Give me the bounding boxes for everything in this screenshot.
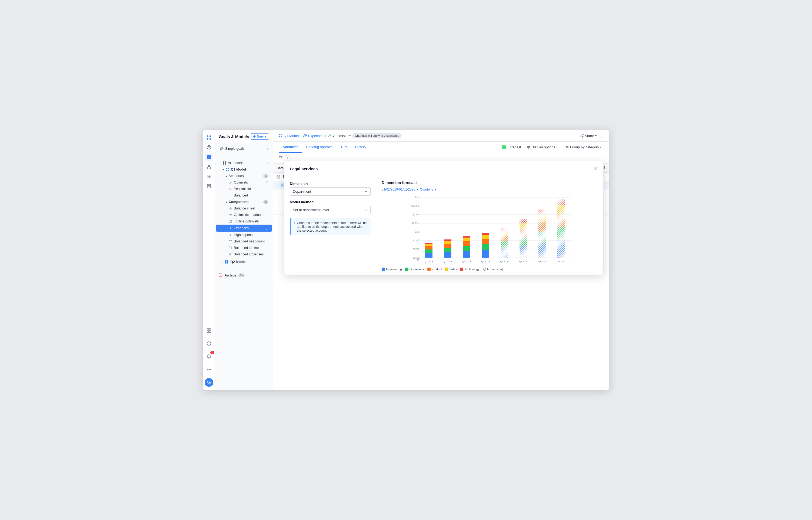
svg-point-10 — [208, 165, 209, 166]
sidebar-item-archive[interactable]: Archive 12 › — [215, 271, 273, 280]
new-label: New — [257, 135, 264, 138]
simple-goals-label: Simple goals — [225, 147, 265, 151]
chart-svg: $2m $1.75m $1.5m $1.25m $1m $750k $500k … — [382, 194, 598, 265]
svg-point-1 — [209, 135, 211, 137]
document-icon[interactable] — [205, 182, 213, 190]
legend-product: Product — [427, 267, 442, 271]
date-dropdown-icon[interactable]: ▾ — [417, 188, 418, 191]
models-icon[interactable] — [205, 153, 213, 161]
sidebar-item-q2-model[interactable]: › Q2 Model — [216, 259, 272, 265]
bar-q4-2019: Q4 2019 — [481, 233, 490, 263]
breadcrumb-expenses-link[interactable]: Expenses — [303, 134, 323, 138]
svg-rect-51 — [225, 262, 227, 263]
date-range-link[interactable]: 01/01/2019-01/01/2020 — [382, 187, 415, 191]
logo-icon[interactable] — [205, 133, 213, 142]
sidebar-item-simple-goals[interactable]: Simple goals › — [216, 146, 272, 152]
svg-text:Q1 2019: Q1 2019 — [425, 260, 433, 263]
sidebar-item-optimistic-headcount[interactable]: Optimistic headcou... — [216, 212, 272, 218]
new-button[interactable]: ⊕ New ▾ — [250, 133, 269, 140]
panel-close-button[interactable]: ✕ — [594, 166, 598, 172]
legend-arrow: →| — [500, 268, 503, 271]
svg-rect-148 — [539, 209, 546, 214]
sidebar-item-high-expenses[interactable]: High expenses — [216, 232, 272, 238]
svg-rect-38 — [228, 170, 229, 171]
optimistic-label: Optimistic — [234, 181, 264, 184]
svg-rect-49 — [225, 260, 227, 262]
breadcrumb-model-link[interactable]: Q1 Model — [279, 134, 299, 138]
svg-rect-24 — [209, 329, 211, 330]
forecast-toggle[interactable]: Forecast — [502, 145, 521, 149]
sidebar-item-topline-optimistic[interactable]: Topline optimistic — [216, 218, 272, 225]
svg-point-59 — [304, 135, 305, 136]
svg-rect-42 — [231, 209, 232, 210]
svg-text:Q2 2019: Q2 2019 — [444, 260, 452, 263]
svg-rect-41 — [229, 209, 230, 210]
display-options-button[interactable]: Display options ▾ — [524, 144, 560, 150]
sidebar-item-pessimistic[interactable]: ↘ Pessimistic — [216, 186, 272, 192]
sidebar-item-all-models[interactable]: All models › — [216, 160, 272, 166]
sidebar-item-q1-model[interactable]: ▾ Q1 Model — [216, 166, 272, 173]
svg-rect-133 — [501, 241, 508, 249]
sidebar-item-balanced[interactable]: — Balanced — [216, 192, 272, 199]
settings-icon[interactable] — [205, 365, 213, 374]
legend-operations: Operations — [405, 267, 424, 271]
sidebar-item-balanced-headcount[interactable]: Balanced headcount — [216, 238, 272, 244]
svg-rect-111 — [444, 244, 451, 248]
tab-accounts[interactable]: Accounts — [279, 141, 302, 153]
svg-point-47 — [231, 240, 232, 241]
nav-icons-panel: 22 AA — [203, 130, 215, 390]
nodes-icon[interactable] — [205, 162, 213, 171]
avatar[interactable]: AA — [205, 378, 213, 387]
list-icon[interactable] — [205, 191, 213, 200]
legend-product-dot — [427, 267, 430, 271]
forecast-dot — [502, 146, 506, 149]
svg-rect-150 — [557, 240, 565, 258]
group-by-category-button[interactable]: Group by category ▾ — [563, 144, 604, 150]
more-options-icon[interactable]: ⋮ — [599, 133, 604, 139]
main-content: Q1 Model › Expenses › Optimistic ▾ Chang… — [273, 130, 609, 390]
sidebar-item-scenarios[interactable]: ▾ Scenarios 3 — [216, 173, 272, 179]
svg-text:Q1 2020: Q1 2020 — [500, 260, 509, 263]
model-method-label: Model method — [290, 200, 371, 204]
tab-history[interactable]: History — [351, 141, 370, 153]
svg-text:$1.5m: $1.5m — [413, 213, 420, 216]
svg-rect-116 — [463, 246, 470, 251]
eye-icon[interactable] — [205, 172, 213, 181]
svg-rect-135 — [501, 231, 508, 236]
bell-icon[interactable]: 22 — [205, 352, 213, 361]
chevron-right-icon: › — [267, 147, 268, 150]
tab-rps[interactable]: RPs — [337, 141, 351, 153]
svg-text:Q4 2019: Q4 2019 — [481, 260, 490, 263]
filter-add-button[interactable]: + — [285, 155, 291, 161]
period-dropdown-icon[interactable]: ▾ — [435, 188, 436, 191]
breadcrumb-scenario[interactable]: Optimistic ▾ — [328, 134, 350, 138]
svg-text:$1.25m: $1.25m — [412, 222, 420, 225]
legend-technology-dot — [460, 267, 463, 271]
simple-goals-icon[interactable] — [205, 143, 213, 152]
sidebar-item-balanced-expenses[interactable]: Balanced Expenses — [216, 251, 272, 258]
tab-pending[interactable]: Pending approval — [302, 141, 337, 153]
svg-text:$750k: $750k — [413, 239, 420, 242]
sidebar-item-optimistic[interactable]: ↗ Optimistic ✓ — [216, 179, 272, 186]
expenses-icon — [229, 226, 232, 230]
clock-bottom-icon[interactable] — [205, 339, 213, 348]
archive-badge: 12 — [238, 274, 245, 277]
topline-opt-label: Topline optimistic — [234, 219, 268, 223]
q1-model-label: Q1 Model — [231, 167, 268, 171]
svg-rect-103 — [425, 253, 433, 258]
model-method-select[interactable]: Set at department level — [290, 206, 371, 214]
check-icon: ✓ — [265, 181, 268, 184]
info-text: Changes to the model method made here wi… — [297, 221, 367, 232]
sidebar-item-balance-sheet[interactable]: Balance sheet — [216, 205, 272, 212]
dimension-select[interactable]: Department — [290, 187, 371, 196]
svg-text:$1.75m: $1.75m — [412, 205, 420, 207]
period-label[interactable]: Quarterly — [420, 187, 433, 191]
sidebar-item-components[interactable]: ▾ Components 8 — [216, 199, 272, 205]
grid-bottom-icon[interactable] — [205, 326, 213, 335]
dimension-group: Dimension Department — [290, 182, 371, 196]
sidebar-item-expenses[interactable]: Expenses ⋮ — [216, 225, 272, 232]
legend-forecast-dot — [483, 267, 486, 271]
share-button[interactable]: Share ▾ — [580, 134, 597, 138]
expenses-dots[interactable]: ⋮ — [264, 226, 268, 230]
sidebar-item-balanced-topline[interactable]: Balanced topline — [216, 244, 272, 251]
